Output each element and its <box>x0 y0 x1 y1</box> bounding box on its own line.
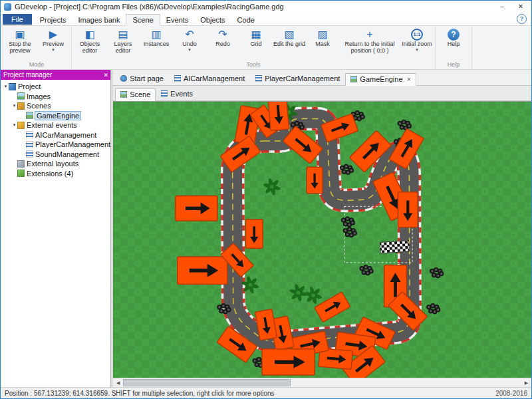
menu-tabs: FileProjectsImages bankSceneEventsObject… <box>2 14 261 25</box>
grid-button[interactable]: ▦Grid <box>239 27 273 47</box>
images-icon <box>17 92 25 100</box>
return-position-icon: + <box>366 28 372 41</box>
mask-button[interactable]: ▨Mask <box>306 27 339 47</box>
scenes-icon <box>17 102 25 110</box>
stop-preview-icon: ▣ <box>15 28 25 41</box>
tab-playercarmanagement[interactable]: PlayerCarManagement <box>250 72 345 85</box>
dropdown-arrow-icon: ▾ <box>416 47 418 53</box>
arrow-sign <box>307 167 323 193</box>
instances-icon: ▥ <box>151 28 161 41</box>
project-icon <box>9 83 16 90</box>
arrow-sign <box>246 219 263 248</box>
help-button[interactable]: ?Help <box>437 27 470 47</box>
ribbon-group-label: Help <box>437 61 470 69</box>
grid-icon: ▦ <box>251 28 261 41</box>
finish-line <box>380 240 410 253</box>
undo-button[interactable]: ↶Undo▾ <box>173 27 206 53</box>
tree-item-gameengine[interactable]: GameEngine <box>1 111 110 121</box>
project-manager-header: Project manager ✕ <box>1 70 110 80</box>
event-icon <box>26 150 33 158</box>
initial-zoom-button[interactable]: 1:1Initial zoom▾ <box>400 27 434 53</box>
layers-editor-button[interactable]: ▤Layers editor <box>106 27 140 55</box>
tab-start-icon <box>120 75 127 82</box>
tree-item-soundmanagement[interactable]: SoundManagement <box>1 150 110 160</box>
layouts-icon <box>17 160 25 168</box>
tab-label: Scene <box>130 90 150 98</box>
tree-item-label: Project <box>18 82 41 90</box>
project-manager-title: Project manager <box>3 71 52 78</box>
tab-label: PlayerCarManagement <box>265 74 340 82</box>
ribbon-help-button[interactable]: ? <box>517 14 527 24</box>
editor-area: Start pageAICarManagementPlayerCarManage… <box>113 70 531 387</box>
menu-tab-events[interactable]: Events <box>160 15 195 25</box>
scene-canvas[interactable] <box>113 101 531 378</box>
ribbon-tab-bar: FileProjectsImages bankSceneEventsObject… <box>1 13 531 26</box>
tree-item-label: AICarManagement <box>35 131 96 139</box>
tab-label: Start page <box>130 74 164 82</box>
tree-item-label: SoundManagement <box>35 150 99 158</box>
tab-gameengine[interactable]: GameEngine✕ <box>345 73 416 86</box>
return-to-the-initial-position-0-0-button[interactable]: +Return to the initial position ( 0;0 ) <box>339 27 400 55</box>
tree-item-aicarmanagement[interactable]: AICarManagement <box>1 130 110 140</box>
scroll-left-arrow[interactable]: ◀ <box>113 378 123 387</box>
status-copyright-text: 2008-2016 <box>495 390 527 397</box>
close-button[interactable]: ✕ <box>511 1 530 13</box>
minimize-button[interactable]: – <box>493 1 511 13</box>
tab-scene-icon <box>120 91 127 98</box>
tree-item-label: External events <box>27 121 77 129</box>
redo-button[interactable]: ↷Redo <box>206 27 239 47</box>
menu-tab-objects[interactable]: Objects <box>194 15 231 25</box>
close-tab-icon[interactable]: ✕ <box>407 76 412 82</box>
tree-item-extensions-4[interactable]: Extensions (4) <box>1 169 110 179</box>
tree-item-playercarmanagement[interactable]: PlayerCarManagement <box>1 140 110 150</box>
menu-tab-file[interactable]: File <box>3 14 32 25</box>
project-manager-close-button[interactable]: ✕ <box>104 72 109 78</box>
objects-editor-icon: ◧ <box>84 28 94 41</box>
menu-tab-images-bank[interactable]: Images bank <box>72 15 126 25</box>
scene-render <box>113 102 531 378</box>
status-bar: Position : 567.131239; 614.316659. SHIFT… <box>1 387 531 398</box>
scrollbar-track[interactable] <box>123 378 521 387</box>
ribbon-group-label: Mode <box>3 61 70 69</box>
arrow-sign <box>398 192 418 227</box>
instances-button[interactable]: ▥Instances <box>140 27 173 47</box>
stop-the-preview-button[interactable]: ▣Stop the preview <box>3 27 37 55</box>
window-controls: – ✕ <box>493 1 530 13</box>
expand-arrow-icon: ▾ <box>3 84 9 89</box>
arrow-sign <box>262 349 315 375</box>
arrow-sign <box>178 257 227 284</box>
mode-tab-events[interactable]: Events <box>156 88 198 100</box>
redo-icon: ↷ <box>218 28 227 41</box>
tree-item-external-events[interactable]: ▾External events <box>1 120 110 130</box>
menu-tab-scene[interactable]: Scene <box>126 14 160 26</box>
tab-events-icon <box>161 90 168 97</box>
status-position-text: Position : 567.131239; 614.316659. SHIFT… <box>5 390 275 397</box>
main-area: Project manager ✕ ▾ProjectImages▾ScenesG… <box>1 70 531 387</box>
layers-editor-icon: ▤ <box>118 28 128 41</box>
scrollbar-thumb[interactable] <box>123 379 291 386</box>
tree-item-scenes[interactable]: ▾Scenes <box>1 101 110 111</box>
tab-aicarmanagement[interactable]: AICarManagement <box>169 72 250 85</box>
tree-item-images[interactable]: Images <box>1 92 110 102</box>
tree-item-label: Images <box>27 92 51 100</box>
objects-editor-button[interactable]: ◧Objects editor <box>73 27 106 55</box>
menu-tab-projects[interactable]: Projects <box>34 15 72 25</box>
events-folder-icon <box>17 122 25 129</box>
extensions-icon <box>17 170 25 177</box>
tree-item-project[interactable]: ▾Project <box>1 82 110 92</box>
tab-start-page[interactable]: Start page <box>115 72 169 85</box>
edit-the-grid-button[interactable]: ▧Edit the grid <box>273 27 306 47</box>
dropdown-arrow-icon: ▾ <box>188 47 191 53</box>
menu-tab-code[interactable]: Code <box>231 15 261 25</box>
tree-item-external-layouts[interactable]: External layouts <box>1 159 110 169</box>
help-icon: ? <box>448 29 460 41</box>
tab-label: AICarManagement <box>184 74 245 82</box>
preview-button[interactable]: ▶Preview▾ <box>37 27 70 53</box>
horizontal-scrollbar[interactable]: ◀ ▶ <box>113 378 531 387</box>
mask-icon: ▨ <box>317 28 327 41</box>
tab-label: GameEngine <box>360 75 402 83</box>
tab-scene-icon <box>350 76 357 82</box>
scroll-right-arrow[interactable]: ▶ <box>521 378 531 387</box>
mode-tab-scene[interactable]: Scene <box>115 88 156 101</box>
tree-item-label: GameEngine <box>35 112 80 120</box>
